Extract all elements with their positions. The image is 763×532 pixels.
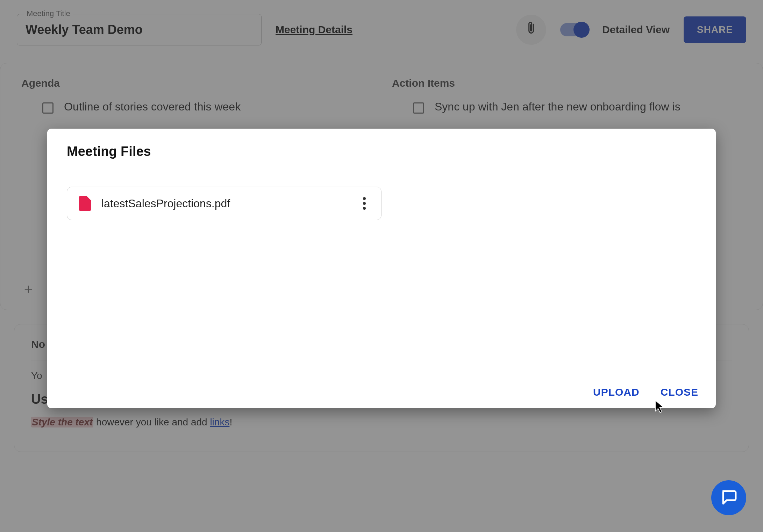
chat-icon bbox=[720, 488, 737, 508]
file-icon bbox=[79, 196, 91, 211]
kebab-dot-icon bbox=[363, 207, 366, 210]
file-menu-button[interactable] bbox=[359, 197, 369, 210]
kebab-dot-icon bbox=[363, 202, 366, 205]
close-button[interactable]: CLOSE bbox=[658, 386, 700, 398]
kebab-dot-icon bbox=[363, 197, 366, 200]
upload-button[interactable]: UPLOAD bbox=[591, 386, 642, 398]
modal-title: Meeting Files bbox=[67, 144, 696, 159]
chat-fab[interactable] bbox=[711, 480, 746, 515]
meeting-files-modal: Meeting Files latestSalesProjections.pdf… bbox=[47, 129, 716, 408]
file-row[interactable]: latestSalesProjections.pdf bbox=[67, 187, 382, 220]
modal-body: latestSalesProjections.pdf bbox=[47, 171, 716, 376]
modal-header: Meeting Files bbox=[47, 129, 716, 171]
file-name: latestSalesProjections.pdf bbox=[101, 197, 349, 210]
modal-footer: UPLOAD CLOSE bbox=[47, 376, 716, 408]
